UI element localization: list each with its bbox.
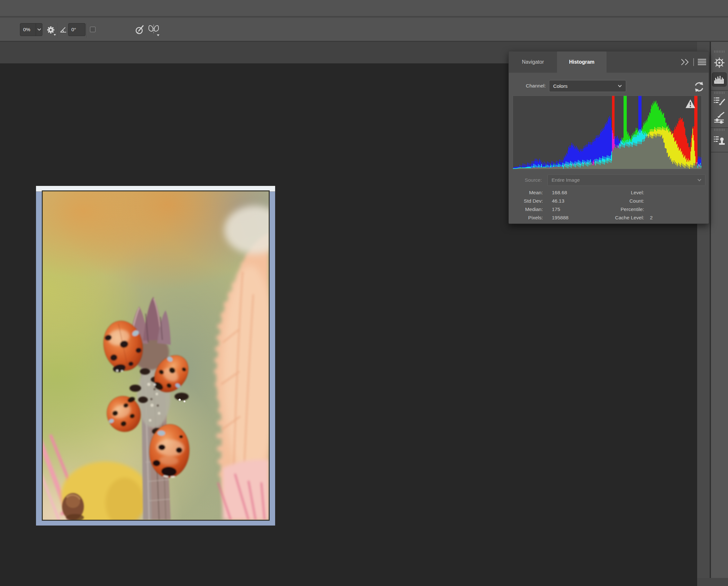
stat-row-median: Median: 175 Percentile: (509, 206, 709, 215)
tab-navigator[interactable]: Navigator (509, 51, 557, 73)
ship-wheel-icon (713, 56, 725, 69)
brush-sliders-icon (713, 111, 725, 123)
butterfly-icon (148, 23, 161, 37)
dock-group-divider (711, 90, 728, 91)
stat-row-pixels: Pixels: 195888 Cache Level: 2 (509, 215, 709, 223)
pen-pressure-icon (134, 24, 145, 36)
smoothing-percent-combo[interactable]: 0% (20, 23, 43, 36)
dock-button-clone-source[interactable] (712, 135, 727, 147)
dock-group-handle[interactable] (714, 50, 725, 53)
tab-histogram[interactable]: Histogram (557, 51, 606, 73)
brush-list-icon (713, 97, 725, 108)
angle-icon (60, 26, 67, 33)
dock-group-divider (711, 152, 728, 152)
symmetry-options-button[interactable] (148, 23, 161, 37)
smoothing-value[interactable]: 0% (20, 23, 36, 36)
stat-row-stddev: Std Dev: 46.13 Count: (509, 198, 709, 206)
dock-button-navigator[interactable] (712, 56, 727, 69)
document-canvas[interactable] (36, 186, 275, 526)
panel-icon-dock (711, 42, 728, 586)
refresh-icon (693, 81, 705, 93)
dock-bottom-edge (697, 578, 728, 586)
dock-button-histogram[interactable] (712, 72, 727, 87)
pressure-size-button[interactable] (134, 24, 145, 36)
options-divider (58, 23, 58, 38)
chevron-down-icon (698, 179, 701, 181)
stamp-icon (713, 135, 725, 147)
tool-options-bar: Smoothing: 0% (0, 18, 728, 42)
histogram-icon (713, 75, 725, 84)
dock-button-brush-settings[interactable] (712, 96, 727, 109)
options-divider (86, 23, 87, 38)
ladybug-photo[interactable] (43, 191, 269, 520)
histogram-plot (513, 96, 702, 169)
photo-art (43, 191, 269, 520)
histogram-panel: Navigator Histogram Channel: Colors (509, 51, 709, 224)
chevron-down-icon (618, 84, 622, 88)
channel-select[interactable]: Colors (549, 80, 626, 92)
photoshop-window: Smoothing: 0% (0, 0, 728, 586)
channel-value: Colors (553, 83, 568, 89)
title-bar (0, 0, 728, 17)
angle-value: 0° (71, 27, 76, 32)
tab-bar-separator (693, 58, 694, 66)
refresh-histogram-button[interactable] (693, 81, 705, 93)
dock-group-handle[interactable] (714, 129, 725, 131)
dock-group-handle[interactable] (714, 92, 725, 94)
panel-menu-button[interactable] (698, 59, 706, 65)
uncached-warning-button[interactable] (685, 99, 696, 109)
erase-to-history-checkbox[interactable] (90, 27, 96, 32)
warning-triangle-icon (685, 99, 696, 109)
stat-row-mean: Mean: 168.68 Level: (509, 190, 709, 198)
source-select: Entire Image (547, 174, 705, 186)
dock-button-brushes[interactable] (712, 111, 727, 124)
source-label: Source: (509, 177, 542, 183)
channel-label: Channel: (509, 83, 546, 89)
chevron-down-icon[interactable] (36, 23, 42, 36)
collapse-panel-button[interactable] (680, 58, 691, 66)
angle-input[interactable]: 0° (68, 23, 85, 36)
canvas-white-margin (36, 186, 275, 192)
double-chevron-right-icon (680, 58, 691, 66)
panel-tab-bar: Navigator Histogram (509, 51, 709, 73)
histogram-canvas (513, 96, 701, 169)
menu-icon (698, 59, 706, 65)
source-value: Entire Image (551, 177, 580, 183)
smoothing-options-button[interactable] (47, 26, 56, 36)
gear-icon (47, 26, 56, 36)
dock-group-divider (711, 127, 728, 128)
